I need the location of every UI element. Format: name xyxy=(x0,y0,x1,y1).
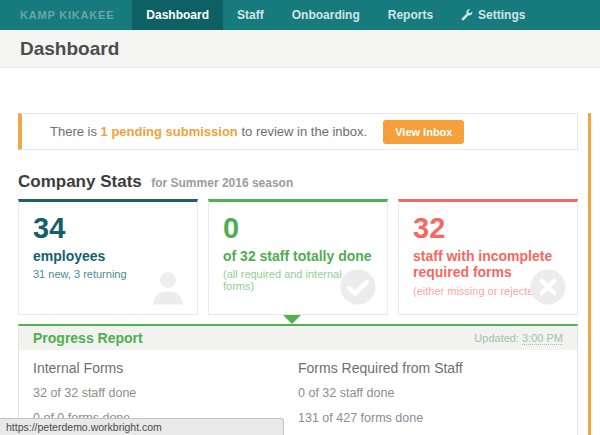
stat-card-totally-done: 0 of 32 staff totally done (all required… xyxy=(208,199,388,315)
nav-tab-reports-label: Reports xyxy=(388,8,433,22)
incomplete-forms-count: 32 xyxy=(413,212,563,245)
stat-card-employees: 34 employees 31 new, 3 returning xyxy=(18,199,198,315)
nav-tab-dashboard[interactable]: Dashboard xyxy=(132,0,223,30)
nav-tab-onboarding-label: Onboarding xyxy=(292,8,360,22)
employees-label: employees xyxy=(33,248,183,264)
stat-cards: 34 employees 31 new, 3 returning 0 of 32… xyxy=(18,199,578,315)
nav-tab-settings[interactable]: Settings xyxy=(447,0,539,30)
progress-arrow-icon xyxy=(283,315,301,324)
required-forms-title: Forms Required from Staff xyxy=(298,360,563,376)
top-navigation: KAMP KIKAKEE Dashboard Staff Onboarding … xyxy=(0,0,600,30)
pending-submission-alert: There is 1 pending submission to review … xyxy=(18,113,578,150)
progress-updated: Updated: 3:00 PM xyxy=(474,332,563,344)
alert-text-after: to review in the inbox. xyxy=(238,124,367,139)
x-circle-icon xyxy=(527,266,569,308)
orange-stripe-divider xyxy=(588,113,591,435)
nav-tab-staff-label: Staff xyxy=(237,8,264,22)
progress-updated-label: Updated: xyxy=(474,332,522,344)
company-stats-subtitle: for Summer 2016 season xyxy=(151,176,293,190)
main-content: There is 1 pending submission to review … xyxy=(18,113,578,435)
company-stats-heading: Company Stats for Summer 2016 season xyxy=(18,172,578,192)
company-stats-title: Company Stats xyxy=(18,172,142,191)
nav-tab-settings-label: Settings xyxy=(478,8,525,22)
required-forms-staff-done: 0 of 32 staff done xyxy=(298,386,563,400)
employees-count: 34 xyxy=(33,212,183,245)
alert-text-before: There is xyxy=(50,124,101,139)
nav-tab-staff[interactable]: Staff xyxy=(223,0,278,30)
page-title: Dashboard xyxy=(20,38,119,60)
alert-text: There is 1 pending submission to review … xyxy=(50,124,367,139)
stat-card-incomplete-forms: 32 staff with incomplete required forms … xyxy=(398,199,578,315)
view-inbox-button[interactable]: View Inbox xyxy=(383,120,464,144)
internal-forms-title: Internal Forms xyxy=(33,360,298,376)
totally-done-label: of 32 staff totally done xyxy=(223,248,373,264)
progress-report-header: Progress Report Updated: 3:00 PM xyxy=(19,326,577,350)
wrench-icon xyxy=(461,9,473,21)
nav-tab-reports[interactable]: Reports xyxy=(374,0,447,30)
page-header: Dashboard xyxy=(0,30,600,68)
check-circle-icon xyxy=(337,266,379,308)
progress-updated-time[interactable]: 3:00 PM xyxy=(522,332,563,345)
progress-report-title: Progress Report xyxy=(33,330,143,346)
alert-highlight: 1 pending submission xyxy=(101,124,238,139)
internal-forms-column: Internal Forms 32 of 32 staff done 0 of … xyxy=(33,360,298,425)
internal-forms-staff-done: 32 of 32 staff done xyxy=(33,386,298,400)
totally-done-count: 0 xyxy=(223,212,373,245)
brand-logo[interactable]: KAMP KIKAKEE xyxy=(0,0,132,30)
nav-tab-dashboard-label: Dashboard xyxy=(146,8,209,22)
nav-tab-onboarding[interactable]: Onboarding xyxy=(278,0,374,30)
browser-status-bar: https://peterdemo.workbright.com xyxy=(0,418,284,435)
required-forms-forms-done: 131 of 427 forms done xyxy=(298,411,563,425)
person-icon xyxy=(147,266,189,308)
required-forms-column: Forms Required from Staff 0 of 32 staff … xyxy=(298,360,563,425)
